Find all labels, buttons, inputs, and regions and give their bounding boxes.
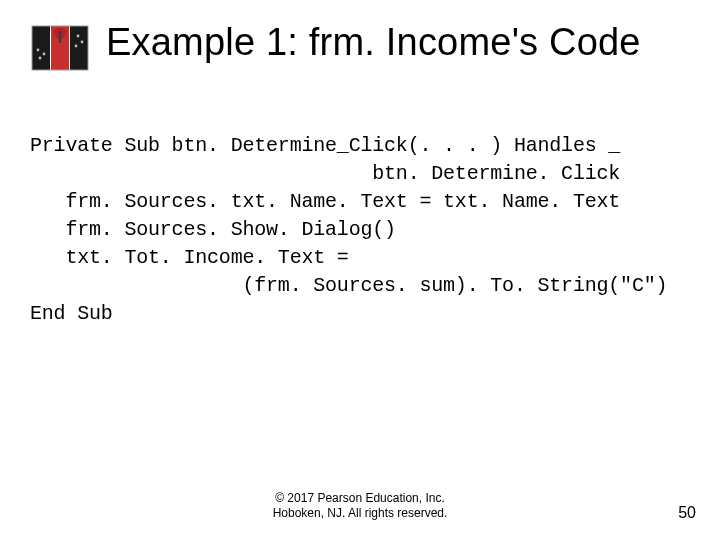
code-line: End Sub bbox=[30, 302, 113, 325]
copyright-line: © 2017 Pearson Education, Inc. bbox=[273, 491, 448, 507]
code-line: (frm. Sources. sum). To. String("C") bbox=[30, 274, 667, 297]
svg-point-8 bbox=[81, 41, 84, 44]
svg-rect-0 bbox=[32, 26, 50, 70]
code-block: Private Sub btn. Determine_Click(. . . )… bbox=[30, 132, 690, 328]
code-line: frm. Sources. Show. Dialog() bbox=[30, 218, 396, 241]
page-number: 50 bbox=[678, 504, 696, 522]
code-line: txt. Tot. Income. Text = bbox=[30, 246, 349, 269]
copyright-text: © 2017 Pearson Education, Inc. Hoboken, … bbox=[273, 491, 448, 522]
svg-point-5 bbox=[43, 53, 46, 56]
slide-footer: © 2017 Pearson Education, Inc. Hoboken, … bbox=[0, 491, 720, 522]
code-line: Private Sub btn. Determine_Click(. . . )… bbox=[30, 134, 620, 157]
svg-point-9 bbox=[75, 45, 78, 48]
svg-point-4 bbox=[39, 57, 42, 60]
code-line: frm. Sources. txt. Name. Text = txt. Nam… bbox=[30, 190, 620, 213]
copyright-line: Hoboken, NJ. All rights reserved. bbox=[273, 506, 448, 522]
book-logo-icon bbox=[30, 24, 92, 72]
svg-point-7 bbox=[77, 35, 80, 38]
svg-rect-2 bbox=[70, 26, 88, 70]
slide-title: Example 1: frm. Income's Code bbox=[106, 20, 641, 66]
code-line: btn. Determine. Click bbox=[30, 162, 620, 185]
svg-rect-3 bbox=[59, 31, 61, 43]
svg-point-6 bbox=[37, 49, 40, 52]
slide-header: Example 1: frm. Income's Code bbox=[30, 20, 690, 72]
slide: Example 1: frm. Income's Code Private Su… bbox=[0, 0, 720, 540]
